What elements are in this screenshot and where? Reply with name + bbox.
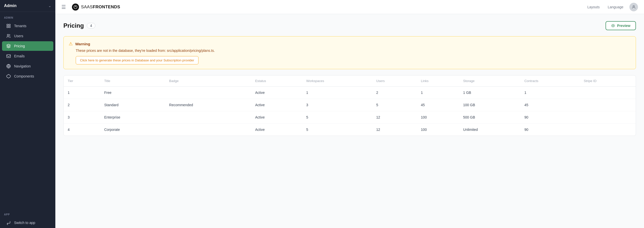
preview-button[interactable]: Preview [606,21,636,30]
language-nav[interactable]: Language [606,4,625,10]
table-row[interactable]: 2StandardRecommendedActive3545100 GB45 [64,99,636,111]
col-storage: Storage [459,75,520,87]
cell-badge [165,111,251,124]
sidebar-header[interactable]: Admin ⌄ [0,0,55,12]
cell-title: Corporate [100,124,165,136]
pricing-icon [6,44,11,48]
cell-users: 2 [372,87,417,99]
back-arrow-icon [6,220,11,225]
sidebar-switch-label: Switch to app [14,221,35,225]
warning-icon: ⚠ [69,41,73,47]
svg-rect-3 [9,26,10,28]
logo-saas: SAASFRONTENDS [81,5,120,10]
cell-links: 45 [417,99,459,111]
layouts-nav[interactable]: Layouts [585,4,602,10]
table-row[interactable]: 1FreeActive1211 GB1 [64,87,636,99]
email-icon [6,54,11,58]
components-icon [6,74,11,79]
cell-stripe-id [580,111,636,124]
sidebar-components-label: Components [14,74,34,78]
warning-cta-button[interactable]: Click here to generate these prices in D… [76,56,198,64]
sidebar-emails-label: Emails [14,54,25,58]
sidebar-item-navigation[interactable]: Navigation [2,61,53,71]
sidebar-item-users[interactable]: Users [2,31,53,41]
cell-title: Free [100,87,165,99]
sidebar-section-admin: ADMIN Tenants Users Pricing Emails [0,12,55,82]
chevron-down-icon: ⌄ [48,4,51,8]
sidebar-item-switch-to-app[interactable]: Switch to app [2,218,53,227]
svg-point-10 [613,25,614,26]
sidebar-tenants-label: Tenants [14,24,26,28]
sidebar-item-pricing[interactable]: Pricing [2,41,53,51]
cell-links: 1 [417,87,459,99]
main-content: ☰ SAASFRONTENDS Layouts Language Pricing… [55,0,644,228]
pricing-table-wrapper: Tier Title Badge Estatus Workspaces User… [63,75,636,136]
cell-links: 100 [417,111,459,124]
cell-stripe-id [580,124,636,136]
topbar-logo: SAASFRONTENDS [72,4,120,11]
cell-estatus: Active [251,111,302,124]
content-header: Pricing 4 Preview [63,21,636,30]
cell-contracts: 1 [520,87,580,99]
preview-label: Preview [617,24,630,28]
tenants-icon [6,24,11,28]
cell-users: 12 [372,124,417,136]
svg-rect-0 [7,24,8,25]
svg-rect-2 [7,26,8,28]
cell-workspaces: 3 [302,99,372,111]
cell-contracts: 90 [520,124,580,136]
cell-estatus: Active [251,99,302,111]
title-row: Pricing 4 [63,22,95,29]
page-content: Pricing 4 Preview ⚠ Warning These prices… [55,14,644,228]
cell-stripe-id [580,87,636,99]
cell-estatus: Active [251,87,302,99]
cell-stripe-id [580,99,636,111]
svg-marker-7 [7,74,11,78]
sidebar: Admin ⌄ ADMIN Tenants Users Pricing [0,0,55,228]
sidebar-item-emails[interactable]: Emails [2,51,53,61]
app-section-label: APP [0,209,55,217]
cell-workspaces: 5 [302,111,372,124]
table-header: Tier Title Badge Estatus Workspaces User… [64,75,636,87]
cell-links: 100 [417,124,459,136]
cell-estatus: Active [251,124,302,136]
sidebar-pricing-label: Pricing [14,44,25,48]
svg-point-9 [633,6,634,7]
col-title: Title [100,75,165,87]
sidebar-item-tenants[interactable]: Tenants [2,21,53,31]
sidebar-item-components[interactable]: Components [2,71,53,81]
table-row[interactable]: 4CorporateActive512100Unlimited90 [64,124,636,136]
sidebar-users-label: Users [14,34,23,38]
cell-storage: 500 GB [459,111,520,124]
svg-rect-1 [9,24,10,25]
cell-storage: 1 GB [459,87,520,99]
svg-rect-5 [7,55,11,58]
admin-section-label: ADMIN [0,12,55,21]
table-row[interactable]: 3EnterpriseActive512100500 GB90 [64,111,636,124]
user-avatar[interactable] [629,3,638,11]
cell-badge: Recommended [165,99,251,111]
warning-title: Warning [75,42,90,46]
hamburger-icon[interactable]: ☰ [61,4,66,10]
cell-workspaces: 1 [302,87,372,99]
count-badge: 4 [87,23,95,28]
table-body: 1FreeActive1211 GB12StandardRecommendedA… [64,87,636,136]
col-stripe-id: Stripe ID [580,75,636,87]
sidebar-title: Admin [4,4,17,8]
cell-tier: 3 [64,111,100,124]
navigation-icon [6,64,11,68]
cell-contracts: 45 [520,99,580,111]
cell-badge [165,87,251,99]
warning-header: ⚠ Warning [69,41,631,47]
col-workspaces: Workspaces [302,75,372,87]
col-contracts: Contracts [520,75,580,87]
warning-banner: ⚠ Warning These prices are not in the da… [63,36,636,69]
cell-tier: 1 [64,87,100,99]
col-estatus: Estatus [251,75,302,87]
cell-tier: 2 [64,99,100,111]
users-icon [6,34,11,38]
cell-badge [165,124,251,136]
cell-storage: Unlimited [459,124,520,136]
sidebar-navigation-label: Navigation [14,64,31,68]
cell-workspaces: 5 [302,124,372,136]
